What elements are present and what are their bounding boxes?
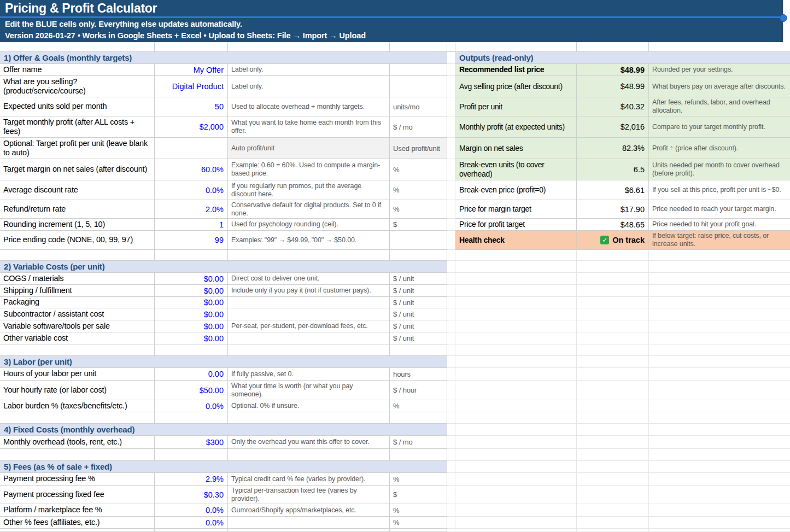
grid-cell — [577, 504, 649, 517]
output-label: Profit per unit — [455, 97, 577, 116]
grid-cell — [228, 412, 390, 424]
subtitle-edit-note: Edit the BLUE cells only. Everything els… — [0, 18, 783, 30]
input-cell-rounding[interactable]: 1 — [155, 219, 228, 231]
row-unit: $ / mo — [390, 116, 447, 138]
output-label: Break-even units (to cover overhead) — [455, 159, 577, 180]
input-cell-overhead[interactable]: $300 — [155, 436, 228, 449]
output-label: Monthly profit (at expected units) — [455, 116, 577, 138]
input-cell-expected-units[interactable]: 50 — [155, 97, 228, 116]
grid-cell — [390, 412, 447, 424]
input-cell-hourly-rate[interactable]: $50.00 — [155, 381, 228, 400]
grid-cell — [447, 356, 455, 368]
section-header-offer-goals: 1) Offer & Goals (monthly targets) — [0, 52, 447, 64]
input-cell-shipping[interactable]: $0.00 — [155, 285, 228, 297]
input-cell-other-fees[interactable]: 0.0% — [155, 517, 228, 529]
grid-cell — [455, 344, 577, 356]
input-cell-other-variable[interactable]: $0.00 — [155, 332, 228, 344]
grid-cell — [228, 449, 390, 461]
input-cell-selling[interactable]: Digital Product — [155, 76, 228, 97]
input-cell-software[interactable]: $0.00 — [155, 320, 228, 332]
input-cell-platform-fee[interactable]: 0.0% — [155, 504, 228, 517]
row-label: Hours of your labor per unit — [0, 368, 155, 381]
row-unit: $ — [390, 486, 447, 504]
input-cell-target-monthly-profit[interactable]: $2,000 — [155, 116, 228, 138]
output-value: 6.5 — [577, 159, 649, 180]
row-label: Other variable cost — [0, 332, 155, 344]
grid-cell — [455, 381, 577, 400]
border-drag-handle-icon[interactable] — [780, 14, 787, 22]
grid-cell — [447, 308, 455, 320]
row-label: Offer name — [0, 64, 155, 76]
grid-cell — [0, 449, 155, 461]
row-unit: units/mo — [390, 97, 447, 116]
page-title: Pricing & Profit Calculator — [0, 0, 783, 18]
grid-cell — [577, 273, 649, 285]
row-unit: $ — [390, 219, 447, 231]
section-header-labor: 3) Labor (per unit) — [0, 356, 447, 368]
row-unit: $ / hour — [390, 381, 447, 400]
input-cell-target-margin[interactable]: 60.0% — [155, 159, 228, 180]
grid-cell — [577, 297, 649, 308]
grid-cell — [455, 250, 577, 261]
grid-cell — [228, 42, 390, 52]
grid-cell — [577, 486, 649, 504]
input-cell-cogs[interactable]: $0.00 — [155, 273, 228, 285]
row-unit: % — [390, 504, 447, 517]
row-unit: % — [390, 517, 447, 529]
grid-cell — [577, 412, 649, 424]
grid-cell — [447, 461, 455, 473]
row-unit: $ / unit — [390, 273, 447, 285]
grid-cell — [455, 424, 577, 436]
grid-cell — [649, 461, 790, 473]
grid-cell — [455, 504, 577, 517]
row-label: Variable software/tools per sale — [0, 320, 155, 332]
input-cell-labor-hours[interactable]: 0.00 — [155, 368, 228, 381]
grid-cell — [447, 436, 455, 449]
row-unit: Used profit/unit — [390, 138, 447, 159]
row-unit: $ / unit — [390, 308, 447, 320]
grid-cell — [228, 344, 390, 356]
output-desc: After fees, refunds, labor, and overhead… — [649, 97, 790, 116]
grid-cell — [455, 297, 577, 308]
checkmark-icon — [600, 236, 609, 244]
input-cell-labor-burden[interactable]: 0.0% — [155, 400, 228, 412]
grid-cell — [447, 344, 455, 356]
grid-cell — [447, 332, 455, 344]
grid-cell — [455, 42, 577, 52]
row-unit: $ / unit — [390, 297, 447, 308]
grid-cell — [447, 449, 455, 461]
row-desc: Label only. — [228, 64, 390, 76]
grid-cell — [577, 473, 649, 486]
grid-cell — [0, 344, 155, 356]
input-cell-subcontractor[interactable]: $0.00 — [155, 308, 228, 320]
row-desc — [228, 332, 390, 344]
input-cell-offer-name[interactable]: My Offer — [155, 64, 228, 76]
row-label: Payment processing fixed fee — [0, 486, 155, 504]
row-label: Packaging — [0, 297, 155, 308]
row-label: Subcontractor / assistant cost — [0, 308, 155, 320]
input-cell-refund-rate[interactable]: 2.0% — [155, 200, 228, 219]
spreadsheet: Pricing & Profit Calculator Edit the BLU… — [0, 0, 790, 532]
output-value: $2,016 — [577, 116, 649, 138]
input-cell-fee-pct[interactable]: 2.9% — [155, 473, 228, 486]
input-cell-packaging[interactable]: $0.00 — [155, 297, 228, 308]
input-cell-target-profit-per-unit[interactable] — [155, 138, 228, 159]
input-cell-avg-discount[interactable]: 0.0% — [155, 180, 228, 200]
grid-cell — [0, 412, 155, 424]
output-value: $6.61 — [577, 180, 649, 200]
grid-cell — [390, 250, 447, 261]
grid-cell — [0, 42, 155, 52]
grid-cell — [577, 449, 649, 461]
grid-cell — [455, 412, 577, 424]
row-label: What are you selling? (product/service/c… — [0, 76, 155, 97]
grid-cell — [228, 529, 390, 532]
row-desc: Examples: "99" → $49.99, "00" → $50.00. — [228, 231, 390, 250]
grid-cell — [649, 332, 790, 344]
grid-cell — [455, 473, 577, 486]
row-desc: Label only. — [228, 76, 390, 97]
input-cell-price-ending[interactable]: 99 — [155, 231, 228, 250]
grid-cell — [649, 400, 790, 412]
input-cell-fee-fixed[interactable]: $0.30 — [155, 486, 228, 504]
grid-cell — [455, 356, 577, 368]
grid-cell — [455, 461, 577, 473]
